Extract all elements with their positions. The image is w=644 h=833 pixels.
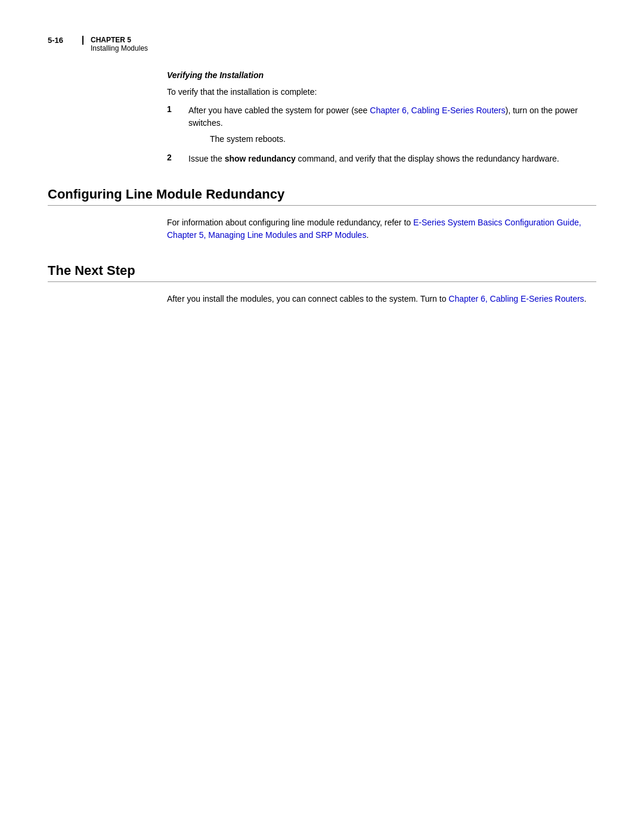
chapter-subtitle: Installing Modules	[91, 44, 148, 52]
step-1-number: 1	[167, 104, 185, 114]
next-step-text-after: .	[584, 294, 587, 304]
step-2-text-before: Issue the	[188, 154, 225, 163]
step-1-content: After you have cabled the system for pow…	[188, 104, 596, 145]
next-step-text: After you install the modules, you can c…	[167, 293, 596, 305]
verifying-section: Verifying the Installation To verify tha…	[48, 70, 596, 165]
chapter-info: CHAPTER 5 Installing Modules	[91, 36, 148, 52]
configuring-title: Configuring Line Module Redundancy	[48, 187, 284, 202]
next-step-body: After you install the modules, you can c…	[48, 293, 596, 305]
show-redundancy-command: show redundancy	[225, 154, 296, 163]
step-2-text-after: command, and verify that the display sho…	[296, 154, 559, 163]
page-header: 5-16 CHAPTER 5 Installing Modules	[48, 36, 596, 52]
page-number-block: 5-16	[48, 36, 83, 45]
verifying-heading: Verifying the Installation	[167, 70, 596, 80]
steps-list: 1 After you have cabled the system for p…	[167, 104, 596, 165]
page: 5-16 CHAPTER 5 Installing Modules Verify…	[0, 0, 644, 833]
step-1: 1 After you have cabled the system for p…	[167, 104, 596, 145]
step-1-text-before: After you have cabled the system for pow…	[188, 106, 370, 115]
chapter6-cabling-link-2[interactable]: Chapter 6, Cabling E-Series Routers	[448, 294, 584, 304]
step-2-number: 2	[167, 153, 185, 162]
chapter6-cabling-link-1[interactable]: Chapter 6, Cabling E-Series Routers	[370, 106, 505, 115]
chapter-label: CHAPTER 5	[91, 36, 148, 44]
step-2: 2 Issue the show redundancy command, and…	[167, 153, 596, 165]
next-step-title: The Next Step	[48, 263, 135, 278]
configuring-title-bar: Configuring Line Module Redundancy	[48, 187, 596, 206]
configuring-text-after: .	[366, 230, 369, 240]
next-step-title-bar: The Next Step	[48, 263, 596, 282]
step-1-note-text: The system reboots.	[210, 134, 286, 144]
configuring-section: Configuring Line Module Redundancy For i…	[48, 187, 596, 241]
page-number: 5-16	[48, 36, 63, 45]
next-step-section: The Next Step After you install the modu…	[48, 263, 596, 305]
configuring-text-before: For information about configuring line m…	[167, 218, 413, 227]
next-step-text-before: After you install the modules, you can c…	[167, 294, 448, 304]
configuring-text: For information about configuring line m…	[167, 216, 596, 241]
verifying-intro: To verify that the installation is compl…	[167, 86, 596, 98]
step-2-content: Issue the show redundancy command, and v…	[188, 153, 559, 165]
configuring-body: For information about configuring line m…	[48, 216, 596, 241]
step-1-note: The system reboots.	[210, 133, 596, 145]
